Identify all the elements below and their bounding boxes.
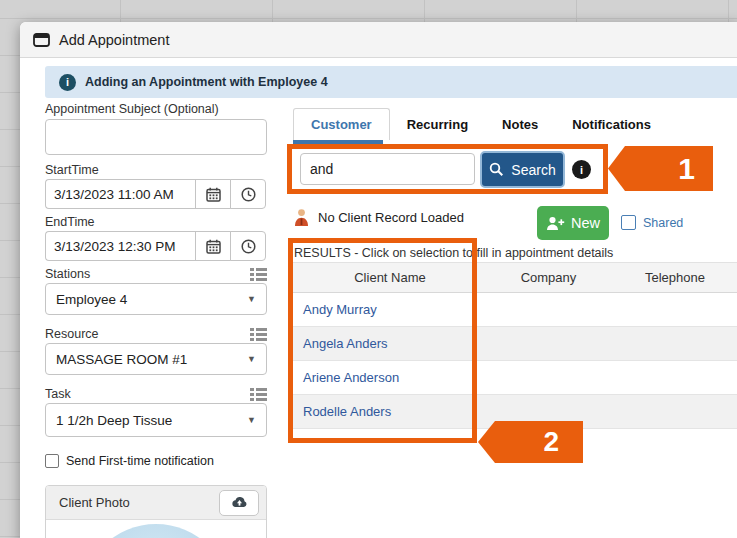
results-table: Client Name Company Telephone Andy Murra…	[293, 262, 737, 429]
start-time-label: StartTime	[45, 163, 267, 177]
new-button-label: New	[571, 215, 600, 231]
column-company: Company	[487, 270, 610, 285]
info-banner-text: Adding an Appointment with Employee 4	[85, 75, 328, 89]
active-tab-underline	[293, 140, 383, 144]
end-time-input[interactable]	[45, 231, 195, 261]
callout-arrow-1: 1	[608, 146, 713, 191]
client-search-input[interactable]	[300, 153, 475, 185]
appointment-window-icon	[33, 33, 50, 47]
tab-notifications[interactable]: Notifications	[555, 108, 668, 140]
calendar-icon	[206, 187, 221, 202]
person-add-icon	[546, 216, 565, 231]
results-table-header: Client Name Company Telephone	[293, 262, 737, 293]
callout-arrow-2: 2	[478, 421, 583, 463]
subject-label: Appointment Subject (Optional)	[45, 102, 267, 116]
stations-value: Employee 4	[56, 292, 127, 307]
client-photo-panel: Client Photo	[45, 485, 267, 538]
stations-list-icon[interactable]	[250, 268, 267, 281]
chevron-down-icon: ▼	[247, 354, 256, 364]
chevron-down-icon: ▼	[247, 294, 256, 304]
end-time-group	[45, 231, 267, 261]
stations-select[interactable]: Employee 4 ▼	[45, 283, 267, 315]
task-label: Task	[45, 387, 71, 401]
search-info-icon[interactable]: i	[572, 160, 591, 179]
end-clock-button[interactable]	[230, 231, 266, 261]
callout-number-1: 1	[678, 152, 695, 186]
end-calendar-button[interactable]	[195, 231, 231, 261]
clock-icon	[241, 239, 256, 254]
chevron-down-icon: ▼	[247, 415, 256, 425]
first-time-notification-label: Send First-time notification	[66, 454, 214, 468]
tab-notes[interactable]: Notes	[485, 108, 555, 140]
task-value: 1 1/2h Deep Tissue	[56, 413, 172, 428]
resource-value: MASSAGE ROOM #1	[56, 352, 187, 367]
cloud-upload-icon	[231, 496, 248, 509]
search-button[interactable]: Search	[480, 151, 565, 188]
task-select[interactable]: 1 1/2h Deep Tissue ▼	[45, 403, 267, 437]
column-client-name: Client Name	[293, 270, 487, 285]
client-name-link[interactable]: Angela Anders	[293, 336, 487, 351]
search-button-label: Search	[511, 162, 555, 178]
dialog-header: Add Appointment	[20, 22, 737, 58]
first-time-notification-checkbox[interactable]	[45, 454, 59, 468]
table-row[interactable]: Ariene Anderson	[293, 361, 737, 395]
add-appointment-dialog: Add Appointment i Adding an Appointment …	[20, 22, 737, 538]
start-time-input[interactable]	[45, 179, 195, 209]
shared-checkbox[interactable]	[621, 215, 636, 230]
shared-label: Shared	[643, 216, 683, 230]
resource-label: Resource	[45, 327, 99, 341]
start-clock-button[interactable]	[230, 179, 266, 209]
client-photo-area	[46, 520, 266, 538]
tab-recurring[interactable]: Recurring	[390, 108, 485, 140]
column-telephone: Telephone	[610, 270, 737, 285]
info-banner: i Adding an Appointment with Employee 4	[45, 66, 737, 98]
new-client-button[interactable]: New	[537, 206, 609, 240]
clock-icon	[241, 187, 256, 202]
end-time-label: EndTime	[45, 215, 267, 229]
callout-number-2: 2	[543, 426, 559, 458]
avatar-placeholder	[81, 524, 231, 538]
results-caption: RESULTS - Click on selection to fill in …	[294, 246, 613, 260]
tab-customer[interactable]: Customer	[293, 108, 390, 140]
photo-upload-button[interactable]	[219, 490, 259, 516]
start-time-group	[45, 179, 267, 209]
person-icon	[293, 208, 310, 227]
client-status-text: No Client Record Loaded	[318, 210, 464, 225]
client-photo-label: Client Photo	[59, 495, 130, 510]
info-icon: i	[59, 74, 76, 91]
client-name-link[interactable]: Ariene Anderson	[293, 370, 487, 385]
task-list-icon[interactable]	[250, 388, 267, 401]
table-row[interactable]: Andy Murray	[293, 293, 737, 327]
resource-list-icon[interactable]	[250, 328, 267, 341]
subject-input[interactable]	[45, 119, 267, 155]
search-icon	[489, 162, 504, 177]
client-status: No Client Record Loaded	[293, 208, 464, 227]
shared-option: Shared	[621, 215, 683, 230]
client-name-link[interactable]: Andy Murray	[293, 302, 487, 317]
tab-bar: Customer Recurring Notes Notifications	[293, 108, 668, 140]
start-calendar-button[interactable]	[195, 179, 231, 209]
dialog-title: Add Appointment	[59, 32, 169, 48]
resource-select[interactable]: MASSAGE ROOM #1 ▼	[45, 343, 267, 375]
stations-label: Stations	[45, 267, 90, 281]
calendar-icon	[206, 239, 221, 254]
client-name-link[interactable]: Rodelle Anders	[293, 404, 487, 419]
appointment-form: Appointment Subject (Optional) StartTime	[45, 102, 267, 538]
table-row[interactable]: Angela Anders	[293, 327, 737, 361]
